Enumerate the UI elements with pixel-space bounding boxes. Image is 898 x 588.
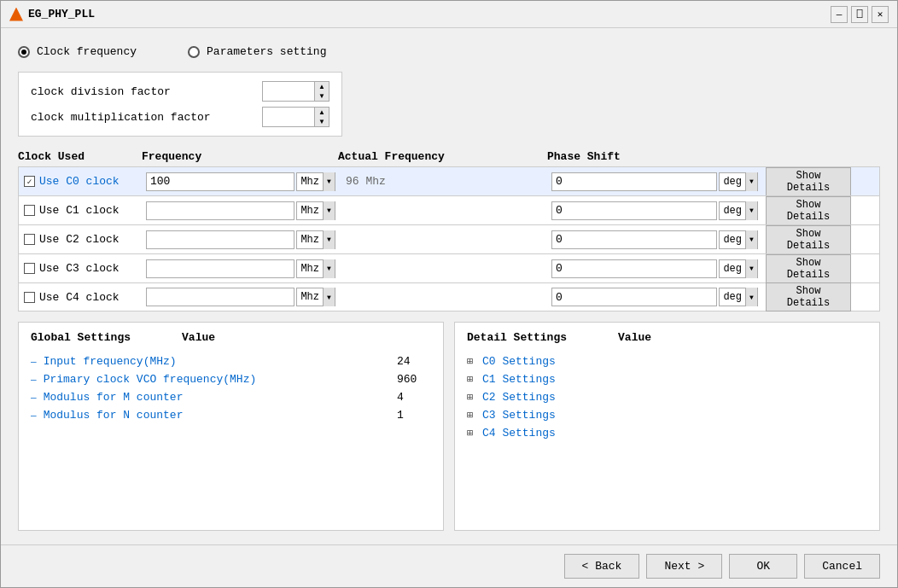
input-c4-frequency[interactable]	[146, 288, 294, 306]
cancel-button[interactable]: Cancel	[804, 554, 880, 579]
close-button[interactable]: ✕	[872, 6, 889, 23]
detail-settings-title: Detail Settings	[467, 331, 567, 344]
phase-unit-c1-dropdown[interactable]: deg ▼	[719, 201, 758, 220]
title-bar: EG_PHY_PLL — ⎕ ✕	[1, 1, 897, 28]
unit-c0-arrow[interactable]: ▼	[323, 172, 335, 191]
minimize-button[interactable]: —	[831, 6, 848, 23]
input-c1-phase[interactable]	[551, 201, 717, 220]
tree-label-c4: C4 Settings	[482, 427, 556, 440]
unit-c3-label: Mhz	[297, 263, 323, 275]
input-c0-phase[interactable]	[551, 172, 717, 191]
tree-item-c2[interactable]: ⊞ C2 Settings	[467, 390, 867, 405]
unit-c3-arrow[interactable]: ▼	[323, 259, 335, 278]
unit-c4-dropdown[interactable]: Mhz ▼	[296, 288, 335, 306]
multiplication-factor-spinbox[interactable]: 4 ▲ ▼	[262, 107, 329, 127]
unit-c2-arrow[interactable]: ▼	[323, 230, 335, 249]
phase-unit-c4-dropdown[interactable]: deg ▼	[719, 288, 758, 306]
unit-c0-label: Mhz	[297, 176, 323, 188]
global-row-2: ‒ Modulus for M counter 4	[31, 390, 431, 405]
global-value-2: 4	[397, 391, 431, 404]
division-factor-input[interactable]: 1	[263, 84, 314, 100]
multiplication-factor-down[interactable]: ▼	[315, 117, 329, 126]
table-header: Clock Used Frequency Actual Frequency Ph…	[18, 147, 880, 166]
checkbox-c4[interactable]	[24, 292, 35, 303]
clock-row-c4: Use C4 clock Mhz ▼ deg ▼	[18, 282, 880, 311]
input-c0-frequency[interactable]	[146, 172, 294, 191]
clock-row-c1: Use C1 clock Mhz ▼ deg ▼	[18, 195, 880, 224]
cell-c3-details: Show Details	[761, 254, 855, 283]
phase-unit-c2-dropdown[interactable]: deg ▼	[719, 230, 758, 249]
main-window: EG_PHY_PLL — ⎕ ✕ Clock frequency Paramet…	[0, 0, 898, 588]
restore-button[interactable]: ⎕	[851, 6, 868, 23]
unit-c2-dropdown[interactable]: Mhz ▼	[296, 230, 335, 249]
division-factor-arrows: ▲ ▼	[314, 82, 329, 101]
multiplication-factor-input[interactable]: 4	[263, 109, 314, 125]
label-c0: Use C0 clock	[39, 175, 120, 188]
next-button[interactable]: Next >	[646, 554, 722, 579]
unit-c4-label: Mhz	[297, 291, 323, 303]
mode-selection: Clock frequency Parameters setting	[18, 42, 880, 61]
back-button[interactable]: < Back	[564, 554, 640, 579]
show-details-c3[interactable]: Show Details	[766, 254, 851, 283]
show-details-c1[interactable]: Show Details	[766, 196, 851, 225]
cell-c4-clock-used: Use C4 clock	[19, 291, 143, 304]
phase-unit-c1-arrow[interactable]: ▼	[745, 201, 757, 220]
window-title: EG_PHY_PLL	[28, 8, 95, 20]
cell-c2-details: Show Details	[761, 225, 855, 254]
detail-settings-header: Detail Settings Value	[467, 331, 867, 344]
ok-button[interactable]: OK	[729, 554, 797, 579]
clock-frequency-radio[interactable]	[18, 46, 30, 58]
tree-item-c3[interactable]: ⊞ C3 Settings	[467, 408, 867, 422]
phase-unit-c0-arrow[interactable]: ▼	[745, 172, 757, 191]
cell-c1-clock-used: Use C1 clock	[19, 204, 143, 217]
phase-unit-c4-arrow[interactable]: ▼	[745, 288, 757, 306]
unit-c3-dropdown[interactable]: Mhz ▼	[296, 259, 335, 278]
input-c1-frequency[interactable]	[146, 201, 294, 220]
cell-c3-phase: deg ▼	[548, 259, 761, 278]
unit-c0-dropdown[interactable]: Mhz ▼	[296, 172, 335, 191]
input-c2-frequency[interactable]	[146, 230, 294, 249]
parameters-setting-radio[interactable]	[188, 46, 200, 58]
unit-c2-label: Mhz	[297, 234, 323, 246]
cell-c2-phase: deg ▼	[548, 230, 761, 249]
division-factor-down[interactable]: ▼	[315, 91, 329, 101]
tree-label-c0: C0 Settings	[482, 355, 556, 368]
show-details-c4[interactable]: Show Details	[766, 282, 851, 311]
show-details-c0[interactable]: Show Details	[766, 167, 851, 196]
parameters-setting-option[interactable]: Parameters setting	[188, 45, 326, 58]
input-c3-frequency[interactable]	[146, 259, 294, 278]
checkbox-c1[interactable]	[24, 205, 35, 216]
checkbox-c2[interactable]	[24, 234, 35, 245]
unit-c4-arrow[interactable]: ▼	[323, 288, 335, 306]
unit-c1-dropdown[interactable]: Mhz ▼	[296, 201, 335, 220]
multiplication-factor-up[interactable]: ▲	[315, 108, 329, 117]
tree-item-c1[interactable]: ⊞ C1 Settings	[467, 372, 867, 387]
input-c2-phase[interactable]	[551, 230, 717, 249]
division-factor-spinbox[interactable]: 1 ▲ ▼	[262, 81, 329, 102]
show-details-c2[interactable]: Show Details	[766, 225, 851, 254]
tree-item-c4[interactable]: ⊞ C4 Settings	[467, 426, 867, 440]
division-factor-up[interactable]: ▲	[315, 82, 329, 91]
clock-frequency-option[interactable]: Clock frequency	[18, 45, 137, 58]
phase-unit-c3-arrow[interactable]: ▼	[745, 259, 757, 278]
checkbox-c3[interactable]	[24, 263, 35, 274]
input-c4-phase[interactable]	[551, 288, 717, 306]
checkbox-c0[interactable]	[24, 176, 35, 187]
global-settings-header: Global Settings Value	[31, 331, 431, 344]
phase-unit-c1-label: deg	[720, 205, 745, 217]
division-factor-label: clock division factor	[31, 85, 171, 98]
phase-unit-c0-dropdown[interactable]: deg ▼	[719, 172, 758, 191]
phase-unit-c3-label: deg	[720, 263, 745, 275]
unit-c1-label: Mhz	[297, 205, 323, 217]
cell-c4-frequency: Mhz ▼	[143, 288, 339, 306]
unit-c1-arrow[interactable]: ▼	[323, 201, 335, 220]
tree-item-c0[interactable]: ⊞ C0 Settings	[467, 354, 867, 369]
phase-unit-c0-label: deg	[720, 176, 745, 188]
cell-c0-frequency: Mhz ▼	[143, 172, 339, 191]
input-c3-phase[interactable]	[551, 259, 717, 278]
bottom-panels: Global Settings Value ‒ Input frequency(…	[18, 322, 880, 531]
cell-c0-clock-used: Use C0 clock	[19, 175, 143, 188]
phase-unit-c3-dropdown[interactable]: deg ▼	[719, 259, 758, 278]
expand-c3-icon: ⊞	[467, 409, 479, 422]
phase-unit-c2-arrow[interactable]: ▼	[745, 230, 757, 249]
